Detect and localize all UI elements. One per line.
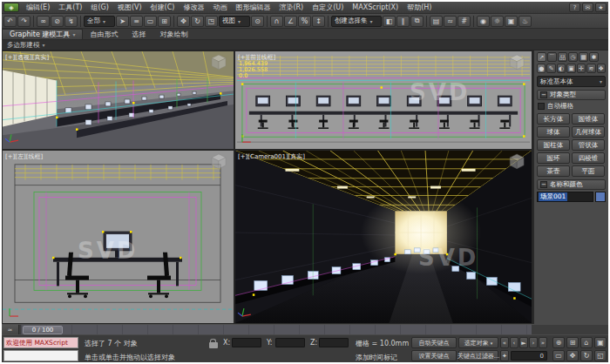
menu-graph-editors[interactable]: 图形编辑器 (231, 2, 274, 13)
helpers-category-icon[interactable]: ✛ (577, 64, 586, 73)
object-type-rollout-header[interactable]: − 对象类型 (537, 90, 606, 100)
tube-button[interactable]: 管状体 (572, 139, 605, 151)
zoom-extents-icon[interactable]: ⌂ (580, 337, 593, 348)
cylinder-button[interactable]: 圆柱体 (537, 139, 570, 151)
motion-tab-icon[interactable]: ◷ (568, 52, 578, 62)
use-pivot-point-icon[interactable]: ⊙ (251, 16, 264, 27)
select-by-name-icon[interactable]: ≡ (130, 16, 143, 27)
sphere-button[interactable]: 球体 (537, 126, 570, 138)
undo-icon[interactable]: ↶ (3, 16, 17, 27)
plane-button[interactable]: 平面 (572, 165, 605, 177)
menu-customize[interactable]: 自定义(U) (308, 2, 348, 13)
selection-filter-dropdown[interactable]: 全部 ▾ (84, 16, 115, 27)
key-mode-toggle-icon[interactable]: ✦ (500, 350, 509, 361)
teapot-button[interactable]: 茶壶 (537, 165, 570, 177)
graphite-toggle-icon[interactable]: ▤ (430, 16, 443, 27)
shapes-category-icon[interactable]: ✎ (546, 64, 555, 73)
y-coordinate-field[interactable] (275, 338, 305, 347)
zoom-extents-all-icon[interactable]: ▣ (594, 337, 607, 348)
ribbon-tab-graphite[interactable]: Graphite 建模工具 ▾ (2, 29, 83, 39)
viewport-top-right[interactable]: [+][前][线框] 1,964.439 1,026.558 0.0 SVD (235, 51, 532, 149)
align-icon[interactable]: ∥ (396, 16, 410, 27)
geosphere-button[interactable]: 几何球体 (572, 126, 605, 138)
mirror-icon[interactable]: ◧ (383, 16, 396, 27)
systems-category-icon[interactable]: ❖ (597, 64, 606, 73)
viewport-label[interactable]: [+][透视][真实] (5, 53, 49, 62)
viewcube[interactable] (212, 154, 226, 169)
menu-views[interactable]: 视图(V) (113, 2, 146, 13)
current-frame-field[interactable]: 0 (511, 351, 547, 361)
primitive-category-dropdown[interactable]: 标准基本体 ▾ (537, 76, 606, 87)
menu-edit[interactable]: 编辑(E) (22, 2, 54, 13)
menu-animation[interactable]: 动画 (208, 2, 231, 13)
x-coordinate-field[interactable] (232, 338, 261, 347)
unlink-selection-icon[interactable]: ⊘ (51, 16, 64, 27)
space-warps-category-icon[interactable]: ≋ (586, 64, 595, 73)
cameras-category-icon[interactable]: ▣ (566, 64, 575, 73)
select-and-move-icon[interactable]: ✥ (177, 16, 190, 27)
application-button[interactable]: ◈ (3, 3, 19, 12)
play-icon[interactable]: ► (519, 337, 528, 348)
pyramid-button[interactable]: 四棱锥 (572, 152, 605, 164)
ribbon-tab-selection[interactable]: 选择 (125, 29, 152, 39)
select-and-link-icon[interactable]: ∞ (37, 16, 50, 27)
viewcube[interactable] (510, 55, 524, 70)
name-color-rollout-header[interactable]: − 名称和颜色 (537, 179, 606, 190)
zoom-icon[interactable]: ⊕ (552, 337, 565, 348)
lights-category-icon[interactable]: ◐ (557, 64, 566, 73)
object-color-swatch[interactable] (595, 192, 606, 202)
spinner-snap-icon[interactable]: ↕ (312, 16, 325, 27)
percent-snap-icon[interactable]: % (298, 16, 311, 27)
maxscript-mini-listener[interactable] (3, 350, 78, 361)
previous-frame-icon[interactable]: ‹ (510, 337, 518, 348)
angle-snap-icon[interactable]: ∠ (284, 16, 297, 27)
torus-button[interactable]: 圆环 (537, 152, 570, 164)
bind-to-space-warp-icon[interactable]: ↯ (64, 16, 78, 27)
perspective-view-canvas[interactable] (3, 51, 234, 149)
go-to-end-icon[interactable]: » (539, 337, 547, 348)
zoom-region-icon[interactable]: ▭ (552, 350, 565, 361)
viewcube[interactable] (212, 55, 226, 70)
menu-help[interactable]: 帮助(H) (403, 2, 436, 13)
rectangular-selection-region-icon[interactable]: ▭ (144, 16, 157, 27)
reference-coordinate-dropdown[interactable]: 视图 ▾ (219, 16, 250, 27)
geometry-category-icon[interactable]: ● (537, 64, 546, 73)
go-to-start-icon[interactable]: « (500, 337, 509, 348)
ribbon-tab-freeform[interactable]: 自由形式 (83, 29, 125, 39)
auto-key-button[interactable]: 自动关键点 (411, 337, 457, 348)
communication-center-icon[interactable]: ✉ (582, 3, 593, 12)
selection-lock-icon[interactable] (209, 342, 218, 348)
viewport-bottom-left[interactable]: [+][左][线框] SVD (3, 151, 234, 323)
maxscript-macro-recorder[interactable]: 欢迎使用 MAXScript (3, 337, 78, 348)
next-frame-icon[interactable]: › (529, 337, 538, 348)
zoom-all-icon[interactable]: ⊞ (566, 337, 579, 348)
viewport-bottom-right[interactable]: [+][Camera001][真实] SVD (235, 151, 532, 323)
material-editor-icon[interactable]: ◉ (477, 16, 490, 27)
camera-view-canvas[interactable] (235, 151, 532, 323)
menu-group[interactable]: 组(G) (86, 2, 112, 13)
menu-rendering[interactable]: 渲染(R) (274, 2, 308, 13)
select-and-scale-icon[interactable]: ◳ (205, 16, 218, 27)
curve-editor-icon[interactable]: ≈ (444, 16, 457, 27)
select-and-rotate-icon[interactable]: ↻ (191, 16, 204, 27)
select-object-icon[interactable]: ➤ (116, 16, 129, 27)
box-button[interactable]: 长方体 (537, 113, 570, 125)
render-setup-icon[interactable]: ☼ (491, 16, 504, 27)
polygon-modeling-panel[interactable]: 多边形建模 (7, 41, 40, 50)
maximize-viewport-toggle-icon[interactable]: ◱ (594, 350, 607, 361)
time-slider-handle[interactable]: 0 / 100 (23, 326, 63, 334)
menu-maxscript[interactable]: MAXScript(X) (348, 2, 403, 13)
add-time-tag[interactable]: 添加时间标记 (356, 353, 397, 362)
favorites-icon[interactable]: ★ (595, 3, 607, 12)
viewcube[interactable] (510, 154, 524, 169)
render-production-icon[interactable]: ♨ (518, 16, 532, 27)
menu-create[interactable]: 创建(C) (146, 2, 180, 13)
key-filters-button[interactable]: 关键点过滤器... (458, 350, 498, 361)
schematic-view-icon[interactable]: # (458, 16, 471, 27)
create-tab-icon[interactable]: ↗ (537, 52, 546, 62)
set-key-button[interactable]: 设置关键点 (411, 350, 457, 361)
rendered-frame-window-icon[interactable]: ▣ (505, 16, 518, 27)
cone-button[interactable]: 圆锥体 (572, 113, 605, 125)
menu-tools[interactable]: 工具(T) (54, 2, 86, 13)
orbit-icon[interactable]: ↻ (580, 350, 593, 361)
